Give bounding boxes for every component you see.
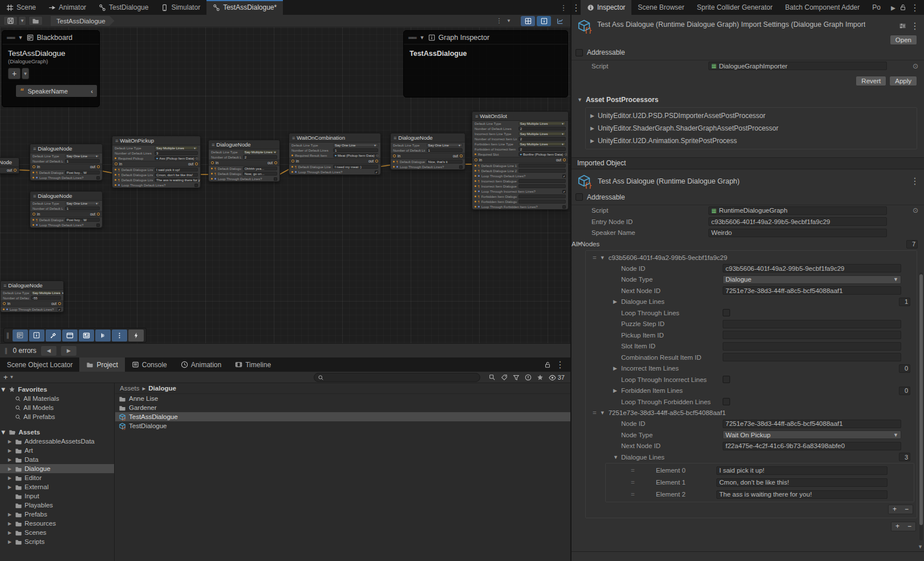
dropdown[interactable]: Wait On Pickup▼	[723, 430, 901, 439]
info-view-toggle-button[interactable]	[29, 330, 44, 342]
drag-handle-icon[interactable]: =	[631, 467, 635, 474]
runtime-script-field[interactable]: ▦RuntimeDialogueGraph	[708, 206, 887, 215]
graph-node-dialoguenode-3[interactable]: ≡DialogueNodeDefault Line TypeSay One Li…	[30, 191, 103, 228]
expand-arrow-icon[interactable]: ▶	[7, 539, 13, 544]
input-port[interactable]	[33, 165, 35, 168]
tree-item-playables[interactable]: Playables	[0, 501, 114, 510]
grid-view-button[interactable]	[521, 16, 535, 26]
pane-menu-icon[interactable]: ⋮	[572, 0, 581, 15]
dropdown-caret-icon[interactable]: ▼	[505, 18, 513, 23]
input-port[interactable]	[211, 161, 214, 164]
breadcrumb-assets[interactable]: Assets	[120, 385, 140, 392]
object-picker-icon[interactable]: ⊙	[913, 206, 918, 214]
foldout-arrow-icon[interactable]: ▼	[600, 255, 605, 261]
favorite-item-all-materials[interactable]: All Materials	[0, 394, 114, 403]
debug-toggle-button[interactable]	[128, 330, 144, 342]
node-dropdown[interactable]: Say Multiple Lines▼	[155, 146, 198, 150]
object-picker-icon[interactable]: ⊙	[913, 62, 918, 70]
addressable-checkbox-2[interactable]	[576, 193, 583, 201]
window-toggle-button[interactable]	[62, 330, 78, 342]
graph-inspector-panel[interactable]: ══ ▼ Graph Inspector TestAssDialogue	[403, 30, 568, 97]
project-folder-tree[interactable]: ▼FavoritesAll MaterialsAll ModelsAll Pre…	[0, 383, 115, 561]
blackboard-toggle-button[interactable]	[13, 330, 28, 342]
expand-arrow-icon[interactable]: ▶	[7, 512, 13, 517]
output-port[interactable]	[375, 160, 378, 162]
node-line-field[interactable]: Nice, that's it	[427, 160, 463, 164]
array-size-field[interactable]: 0	[899, 387, 910, 395]
add-property-button[interactable]: +	[8, 68, 21, 79]
object-picker-icon[interactable]: ⊙	[196, 156, 198, 160]
expand-arrow-icon[interactable]: ▶	[7, 530, 13, 535]
graph-node-waitonpickup-2[interactable]: ≡WaitOnPickupDefault Line TypeSay Multip…	[112, 136, 201, 188]
imported-object-kebab-icon[interactable]: ⋮	[910, 176, 919, 186]
expand-arrow-icon[interactable]: ▶	[7, 439, 13, 444]
node-line-field[interactable]: I said pick it up!	[155, 168, 198, 172]
search-by-type-icon[interactable]	[489, 374, 496, 381]
expand-arrow-icon[interactable]: ▶	[7, 448, 13, 453]
graph-node-waitoncombination-5[interactable]: ≡WaitOnCombinationDefault Line TypeSay O…	[289, 133, 381, 175]
element-field[interactable]: I said pick it up!	[716, 466, 887, 475]
node-entry-header-1[interactable]: =▼7251e73e-38d3-44ff-a8c5-bcf54088aaf1	[586, 408, 917, 418]
input-port[interactable]	[393, 155, 396, 157]
tab-batch-component-adder[interactable]: Batch Component Adder	[779, 0, 866, 15]
node-collapse-icon[interactable]: ≡	[394, 135, 396, 141]
tab-sprite-collider-generator[interactable]: Sprite Collider Generator	[691, 0, 779, 15]
node-dropdown[interactable]: Say One Line▼	[333, 143, 378, 147]
node-title-bar[interactable]: ≡WaitOnCombination	[289, 133, 380, 143]
tab-animator[interactable]: Animator	[42, 0, 92, 15]
tab-project[interactable]: Project	[79, 357, 124, 372]
foldout-arrow-icon[interactable]: ▼	[600, 410, 605, 416]
star-icon[interactable]	[537, 374, 544, 381]
node-line-field[interactable]	[518, 169, 566, 173]
expand-arrow-icon[interactable]: ▶	[7, 475, 13, 481]
node-checkbox[interactable]	[274, 177, 277, 181]
node-title-bar[interactable]: ≡WaitOnPickup	[112, 136, 200, 145]
project-file-list[interactable]: Assets▸Dialogue Anne LiseGardener{}TestA…	[115, 383, 570, 561]
file-item-gardener[interactable]: Gardener	[115, 403, 570, 412]
tree-item-resources[interactable]: ▶Resources	[0, 519, 114, 528]
node-collapse-icon[interactable]: ≡	[33, 146, 35, 152]
drag-handle-icon[interactable]: =	[631, 491, 635, 498]
foldout-arrow-icon[interactable]: ▶	[613, 365, 617, 371]
text-field[interactable]: 7251e73e-38d3-44ff-a8c5-bcf54088aaf1	[723, 286, 901, 295]
tab-timeline[interactable]: Timeline	[228, 357, 278, 372]
node-line-field[interactable]	[518, 200, 566, 204]
remove-node-button[interactable]: −	[907, 522, 911, 530]
element-field[interactable]: Cmon, don't be like this!	[716, 478, 887, 487]
save-button[interactable]	[3, 16, 18, 26]
object-picker-icon[interactable]: ⊙	[376, 153, 379, 157]
input-port[interactable]	[291, 160, 294, 162]
tab-po[interactable]: Po	[866, 0, 887, 15]
text-field[interactable]: 7251e73e-38d3-44ff-a8c5-bcf54088aaf1	[723, 420, 901, 428]
node-checkbox[interactable]	[96, 176, 100, 180]
graph-node-startnode-0[interactable]: ≡StartNodeout	[0, 157, 19, 174]
checkbox[interactable]	[723, 376, 730, 383]
lock-icon[interactable]	[544, 361, 551, 368]
toolbar-drag-handle[interactable]: ∥	[6, 332, 10, 339]
tree-item-scripts[interactable]: ▶Scripts	[0, 537, 114, 546]
file-item-anne-lise[interactable]: Anne Lise	[115, 394, 570, 403]
speaker-name-field[interactable]: Weirdo	[708, 229, 887, 237]
addressable-checkbox[interactable]	[576, 49, 583, 56]
graph-inspector-header[interactable]: ══ ▼ Graph Inspector	[404, 31, 568, 44]
node-dropdown[interactable]: Say Multiple Lines▼	[518, 142, 566, 146]
postprocessor-shadergraphassetpostprocessor[interactable]: ▶UnityEditor.ShaderGraph.ShaderGraphAsse…	[586, 122, 917, 135]
postprocessor-spritepostprocess[interactable]: ▶UnityEditor.U2D.Animation.SpritePostPro…	[586, 135, 917, 147]
foldout-arrow-icon[interactable]: ▶	[613, 388, 617, 393]
node-text-field[interactable]: 2	[518, 127, 566, 131]
blackboard-header[interactable]: ══ ▼ Blackboard	[2, 31, 99, 44]
scrollbar-thumb[interactable]	[919, 274, 923, 525]
graph-node-dialoguenode-6[interactable]: ≡DialogueNodeDefault Line TypeSay One Li…	[390, 133, 465, 170]
apply-button[interactable]: Apply	[889, 76, 917, 86]
tree-item-addressableassetsdata[interactable]: ▶AddressableAssetsData	[0, 437, 114, 446]
remove-element-button[interactable]: −	[905, 505, 909, 513]
more-tabs-icon[interactable]: ▸	[891, 2, 895, 13]
tree-item-editor[interactable]: ▶Editor	[0, 473, 114, 482]
tools-toggle-button[interactable]	[46, 330, 61, 342]
text-field[interactable]: f22a475e-4c2f-41c6-9b73-6a83498abfe0	[723, 442, 901, 450]
search-by-label-icon[interactable]	[501, 374, 508, 381]
node-dropdown[interactable]: Say One Line▼	[427, 143, 463, 147]
chart-view-button[interactable]	[553, 16, 567, 26]
errors-drag-handle[interactable]: ∥	[5, 347, 9, 355]
input-port[interactable]	[475, 158, 477, 161]
